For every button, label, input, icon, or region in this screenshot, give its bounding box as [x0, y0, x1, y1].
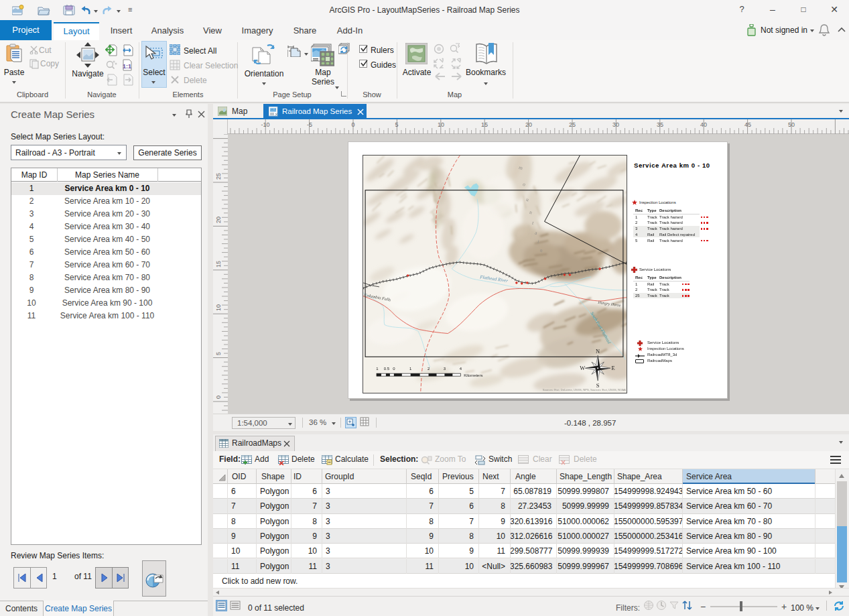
svg-text:5: 5	[395, 121, 398, 128]
svg-text:30: 30	[612, 121, 619, 128]
svg-text:E: E	[611, 365, 614, 371]
svg-text:-5: -5	[307, 121, 312, 128]
svg-text:0: 0	[215, 395, 222, 399]
svg-text:35: 35	[657, 121, 663, 128]
svg-text:20: 20	[215, 217, 222, 223]
svg-text:25: 25	[215, 173, 222, 180]
svg-text:15: 15	[481, 121, 488, 128]
svg-text:5: 5	[215, 352, 222, 355]
svg-text:1:1: 1:1	[123, 63, 131, 70]
svg-text:Kilometers: Kilometers	[464, 373, 482, 377]
svg-text:15: 15	[215, 261, 222, 267]
svg-text:45: 45	[744, 121, 751, 128]
svg-text:40: 40	[700, 121, 707, 128]
svg-text:25: 25	[569, 121, 576, 128]
svg-text:0.5: 0.5	[384, 367, 390, 371]
svg-text:20: 20	[525, 121, 532, 128]
svg-text:N: N	[596, 348, 600, 355]
svg-text:Sources: Esri, DeLorme, USGS,: Sources: Esri, DeLorme, USGS, NPS, Sourc…	[543, 388, 626, 391]
svg-text:0: 0	[351, 121, 354, 128]
svg-text:-10: -10	[261, 121, 269, 128]
svg-text:50: 50	[788, 121, 795, 128]
svg-text:10: 10	[438, 121, 444, 128]
svg-text:10: 10	[215, 304, 222, 311]
svg-text:W: W	[580, 365, 585, 371]
